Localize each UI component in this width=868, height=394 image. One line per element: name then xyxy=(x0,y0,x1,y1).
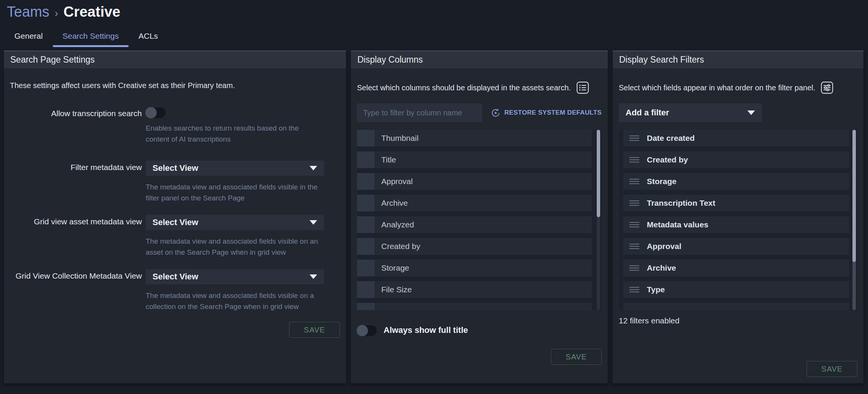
drag-handle-icon[interactable] xyxy=(629,136,639,141)
breadcrumb: Teams › Creative xyxy=(7,4,120,20)
columns-scrollbar xyxy=(597,130,600,310)
column-checkbox[interactable] xyxy=(357,130,374,147)
grid-view-asset-metadata-helper: The metadata view and associated fields … xyxy=(146,236,324,258)
always-show-full-title-toggle[interactable] xyxy=(357,325,377,336)
column-label: File Size xyxy=(381,285,412,294)
toggle-knob xyxy=(357,325,368,336)
column-list-item: Storage xyxy=(357,260,592,276)
drag-handle-icon[interactable] xyxy=(629,244,639,249)
filter-list-item-partial xyxy=(623,303,849,310)
page-title: Creative xyxy=(63,4,120,20)
add-a-filter-label: Add a filter xyxy=(626,108,747,118)
column-list-item: Archive xyxy=(357,195,592,211)
filter-label: Transcription Text xyxy=(647,199,715,208)
toggle-knob xyxy=(145,107,157,118)
always-show-full-title-label: Always show full title xyxy=(384,325,468,335)
filter-label: Approval xyxy=(647,242,681,251)
drag-handle-icon[interactable] xyxy=(629,287,639,292)
drag-handle-icon[interactable] xyxy=(629,179,639,184)
breadcrumb-teams-link[interactable]: Teams xyxy=(7,4,49,20)
grid-view-collection-metadata-helper: The metadata view and associated fields … xyxy=(146,290,324,312)
filter-metadata-view-label: Filter metadata view xyxy=(10,161,146,203)
save-button[interactable]: SAVE xyxy=(551,349,602,365)
search-page-settings-title: Search Page Settings xyxy=(4,50,346,68)
grid-view-collection-metadata-select[interactable]: Select View xyxy=(146,269,324,284)
display-columns-body: Select which columns should be displayed… xyxy=(351,68,608,383)
filter-metadata-view-row: Filter metadata view Select View The met… xyxy=(10,161,340,203)
select-value: Select View xyxy=(153,272,310,282)
column-checkbox[interactable] xyxy=(357,216,374,233)
save-button[interactable]: SAVE xyxy=(289,322,340,338)
tab-search-settings[interactable]: Search Settings xyxy=(53,28,129,46)
column-list-item: Created by xyxy=(357,238,592,255)
filter-list-item[interactable]: Approval xyxy=(623,238,849,255)
column-list-item: Analyzed xyxy=(357,216,592,233)
filter-label: Metadata values xyxy=(647,220,708,229)
add-a-filter-select[interactable]: Add a filter xyxy=(619,103,762,122)
drag-handle-icon[interactable] xyxy=(629,222,639,227)
tab-general[interactable]: General xyxy=(5,28,53,46)
filter-metadata-view-select[interactable]: Select View xyxy=(146,161,324,176)
filter-list-item[interactable]: Created by xyxy=(623,151,849,168)
panels-container: Search Page Settings These settings affe… xyxy=(4,50,863,383)
display-search-filters-title: Display Search Filters xyxy=(613,50,863,68)
column-list-item: Title xyxy=(357,151,592,168)
display-columns-panel: Display Columns Select which columns sho… xyxy=(351,50,608,383)
filter-label: Created by xyxy=(647,155,688,164)
drag-handle-icon[interactable] xyxy=(629,157,639,162)
column-label: Approval xyxy=(381,177,413,186)
grid-view-collection-metadata-label: Grid View Collection Metadata View xyxy=(10,269,146,312)
column-list-item: Thumbnail xyxy=(357,130,592,147)
save-button[interactable]: SAVE xyxy=(807,361,857,377)
chevron-down-icon xyxy=(310,220,317,225)
column-list-item: File Size xyxy=(357,281,592,298)
filters-enabled-status: 12 filters enabled xyxy=(619,316,857,325)
column-checkbox[interactable] xyxy=(357,173,374,190)
filters-scrollbar xyxy=(852,130,856,310)
column-checkbox[interactable] xyxy=(357,281,374,298)
tab-bar: General Search Settings ACLs xyxy=(5,28,168,46)
grid-view-asset-metadata-select[interactable]: Select View xyxy=(146,215,324,230)
filter-label: Date created xyxy=(647,134,695,143)
column-checkbox[interactable] xyxy=(357,260,374,276)
display-columns-intro: Select which columns should be displayed… xyxy=(357,84,571,92)
drag-handle-icon[interactable] xyxy=(629,265,639,271)
tab-acls[interactable]: ACLs xyxy=(129,28,168,46)
sliders-icon xyxy=(821,81,833,94)
column-label: Analyzed xyxy=(381,220,414,229)
filter-list-item[interactable]: Type xyxy=(623,281,849,298)
column-label: Archive xyxy=(381,199,408,208)
filter-list-item[interactable]: Transcription Text xyxy=(623,195,849,211)
drag-handle-icon[interactable] xyxy=(629,200,639,206)
column-checkbox[interactable] xyxy=(357,195,374,211)
column-checkbox[interactable] xyxy=(357,238,374,255)
filters-list: Date created Created by Storage xyxy=(619,130,857,310)
select-value: Select View xyxy=(153,217,310,227)
filter-list-item[interactable]: Archive xyxy=(623,260,849,276)
column-checkbox[interactable] xyxy=(357,151,374,168)
columns-list: Thumbnail Title Approval xyxy=(357,130,602,310)
settings-intro-text: These settings affect users with Creativ… xyxy=(10,81,340,90)
select-value: Select View xyxy=(153,163,310,173)
filter-metadata-view-helper: The metadata view and associated fields … xyxy=(146,181,324,203)
allow-transcription-search-toggle[interactable] xyxy=(146,107,165,118)
search-page-settings-panel: Search Page Settings These settings affe… xyxy=(4,50,346,383)
filter-label: Archive xyxy=(647,263,676,273)
filter-list-item[interactable]: Storage xyxy=(623,173,849,190)
column-label: Storage xyxy=(381,263,409,273)
grid-view-asset-metadata-row: Grid view asset metadata view Select Vie… xyxy=(10,215,340,258)
filters-scrollbar-thumb[interactable] xyxy=(852,130,856,262)
column-checkbox[interactable] xyxy=(357,303,374,310)
display-search-filters-intro: Select which fields appear in what order… xyxy=(619,84,815,92)
filter-list-item[interactable]: Metadata values xyxy=(623,216,849,233)
chevron-down-icon xyxy=(310,166,317,170)
filter-label: Type xyxy=(647,285,665,294)
chevron-down-icon xyxy=(747,110,755,115)
display-search-filters-panel: Display Search Filters Select which fiel… xyxy=(613,50,863,383)
columns-scrollbar-thumb[interactable] xyxy=(597,130,600,217)
filter-list-item[interactable]: Date created xyxy=(623,130,849,147)
restore-system-defaults-button[interactable]: RESTORE SYSTEM DEFAULTS xyxy=(491,108,602,118)
restore-defaults-label: RESTORE SYSTEM DEFAULTS xyxy=(504,109,602,117)
column-filter-input[interactable] xyxy=(357,103,482,122)
restore-defaults-icon xyxy=(491,108,501,118)
